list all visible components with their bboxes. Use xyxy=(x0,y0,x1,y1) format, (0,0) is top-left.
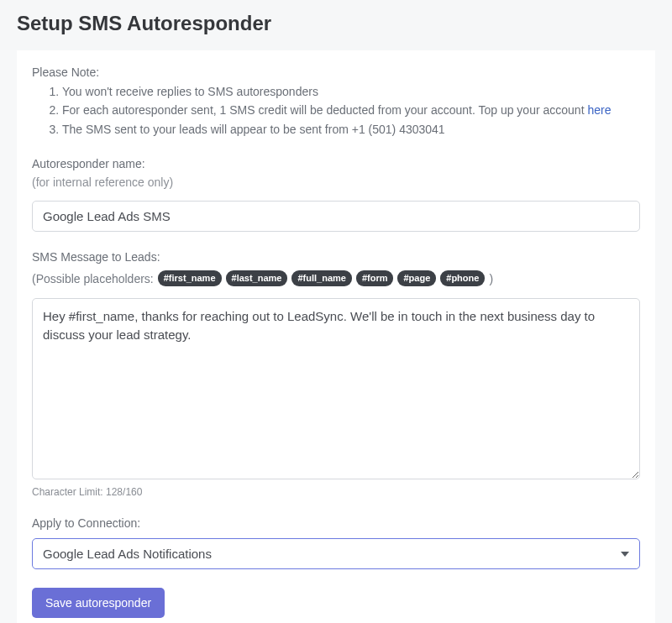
note-label: Please Note: xyxy=(32,65,640,79)
placeholder-badge[interactable]: #page xyxy=(397,270,436,286)
char-limit-text: Character Limit: 128/160 xyxy=(32,486,640,498)
topup-link[interactable]: here xyxy=(587,103,611,117)
connection-select[interactable]: Google Lead Ads Notifications xyxy=(32,538,640,569)
placeholder-badge[interactable]: #last_name xyxy=(226,270,288,286)
note-item: The SMS sent to your leads will appear t… xyxy=(62,120,640,139)
placeholder-badge[interactable]: #form xyxy=(356,270,394,286)
sms-message-label: SMS Message to Leads: xyxy=(32,250,640,264)
placeholder-badge[interactable]: #first_name xyxy=(158,270,222,286)
autoresponder-name-hint: (for internal reference only) xyxy=(32,175,640,189)
placeholders-line: (Possible placeholders: #first_name #las… xyxy=(32,270,640,286)
placeholder-badge[interactable]: #phone xyxy=(440,270,485,286)
form-card: Please Note: You won't receive replies t… xyxy=(17,50,655,623)
sms-message-textarea[interactable]: Hey #first_name, thanks for reaching out… xyxy=(32,298,640,479)
note-item: You won't receive replies to SMS autores… xyxy=(62,82,640,101)
autoresponder-name-label: Autoresponder name: xyxy=(32,157,640,170)
autoresponder-name-input[interactable] xyxy=(32,201,640,232)
save-button[interactable]: Save autoresponder xyxy=(32,588,165,618)
placeholders-close: ) xyxy=(489,272,493,285)
placeholder-badge[interactable]: #full_name xyxy=(291,270,351,286)
note-item: For each autoresponder sent, 1 SMS credi… xyxy=(62,101,640,119)
placeholders-label: (Possible placeholders: xyxy=(32,272,154,285)
connection-label: Apply to Connection: xyxy=(32,516,640,530)
note-item-text: For each autoresponder sent, 1 SMS credi… xyxy=(62,103,587,117)
note-list: You won't receive replies to SMS autores… xyxy=(62,82,640,139)
page-title: Setup SMS Autoresponder xyxy=(17,12,655,35)
